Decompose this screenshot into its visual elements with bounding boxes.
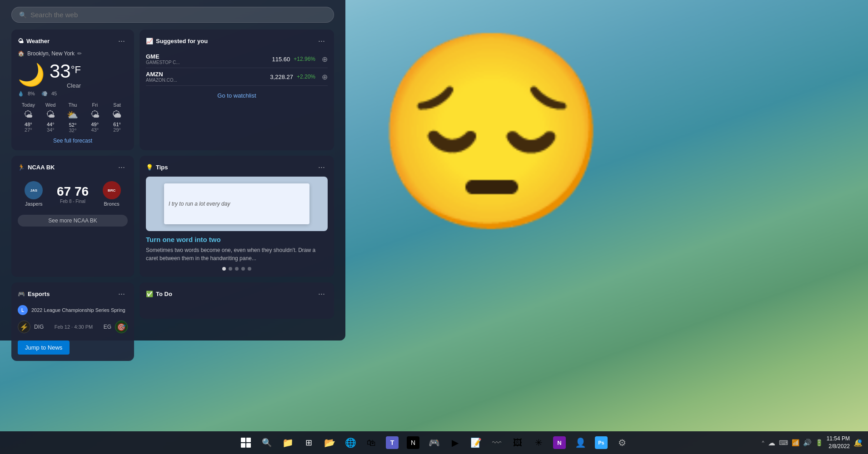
system-tray-expand[interactable]: ^ — [762, 440, 764, 445]
stocks-widget: 📈 Suggested for you ··· GME GAMESTOP C..… — [140, 30, 334, 150]
taskbar-clock[interactable]: 11:54 PM 2/8/2022 — [827, 435, 850, 450]
battery-icon[interactable]: 🔋 — [815, 439, 823, 446]
gme-name: GAMESTOP C... — [146, 60, 180, 65]
see-forecast-link[interactable]: See full forecast — [18, 138, 128, 144]
ncaa-title: 🏃 NCAA BK — [18, 164, 55, 171]
forecast-sat: Sat 🌥 61° 29° — [106, 102, 128, 133]
tips-dot-1[interactable] — [222, 267, 226, 271]
tips-dot-3[interactable] — [235, 267, 239, 271]
esports-icon: 🎮 — [18, 291, 25, 297]
forecast-fri: Fri 🌤 49° 43° — [84, 102, 105, 133]
teams-button[interactable]: T — [383, 434, 401, 452]
amzn-add-button[interactable]: ⊕ — [322, 73, 328, 81]
tips-more-button[interactable]: ··· — [315, 162, 328, 172]
volume-icon[interactable]: 🔊 — [803, 439, 812, 447]
tips-header: 💡 Tips ··· — [146, 162, 328, 172]
search-icon: 🔍 — [19, 11, 27, 19]
forecast-today: Today 🌤 48° 27° — [18, 102, 39, 133]
gme-add-button[interactable]: ⊕ — [322, 55, 328, 64]
dig-team: DIG — [34, 324, 44, 330]
compass-button[interactable]: ✳ — [529, 434, 548, 452]
photoshop-button[interactable]: Ps — [592, 434, 610, 452]
gamepass-button[interactable]: ▶ — [446, 434, 464, 452]
settings-button[interactable]: ⚙ — [613, 434, 631, 452]
gme-price: 115.60 — [272, 56, 290, 63]
taskbar-right: ^ ☁ ⌨ 📶 🔊 🔋 11:54 PM 2/8/2022 🔔 1 — [762, 435, 863, 450]
taskbar-center: 🔍 📁 ⊞ 📂 🌐 🛍 T N 🎮 — [237, 434, 631, 452]
tips-preview-image: I try to run a lot every day — [146, 177, 328, 231]
stocks-title: 📈 Suggested for you — [146, 38, 208, 44]
people-button[interactable]: 👤 — [571, 434, 589, 452]
tips-dot-2[interactable] — [229, 267, 232, 271]
stocks-more-button[interactable]: ··· — [315, 36, 328, 46]
keyboard-icon[interactable]: ⌨ — [779, 439, 788, 446]
onenote-button[interactable]: N — [550, 434, 569, 452]
wifi-icon[interactable]: 📶 — [792, 439, 799, 446]
edit-icon[interactable]: ✏ — [77, 50, 82, 57]
jaspers-name: Jaspers — [25, 201, 43, 207]
jump-news-button[interactable]: Jump to News — [18, 340, 70, 355]
tips-widget: 💡 Tips ··· I try to run a lot every day … — [140, 156, 334, 277]
search-bar[interactable]: 🔍 — [11, 7, 334, 23]
weather-emoji: 🌙 — [18, 62, 45, 88]
widgets-icon: ⊞ — [305, 438, 312, 448]
esports-widget: 🎮 Esports ··· L 2022 League Championship… — [11, 282, 134, 361]
start-button[interactable] — [237, 434, 255, 452]
edge-button[interactable]: 🌐 — [341, 434, 359, 452]
tips-dot-5[interactable] — [248, 267, 251, 271]
file-explorer-icon: 📁 — [282, 437, 294, 448]
esports-match-row: ⚡ DIG Feb 12 · 4:30 PM EG 🎯 — [18, 317, 128, 337]
weather-forecast: Today 🌤 48° 27° Wed 🌤 44° 34° Thu ⛅ 52° … — [18, 102, 128, 133]
go-watchlist-link[interactable]: Go to watchlist — [146, 92, 328, 99]
weather-temp: 33 — [50, 60, 71, 82]
team-jaspers: JAS Jaspers — [25, 181, 43, 207]
tips-dot-4[interactable] — [241, 267, 245, 271]
file-explorer-button[interactable]: 📁 — [279, 434, 297, 452]
search-input[interactable] — [30, 11, 326, 19]
widget-panel: 🔍 🌤 Weather ··· 🏠 Brooklyn, New York ✏ 🌙 — [0, 0, 345, 340]
taskbar: 🔍 📁 ⊞ 📂 🌐 🛍 T N 🎮 — [0, 431, 868, 454]
ncaa-more-button[interactable]: ··· — [115, 162, 128, 172]
widgets-button[interactable]: ⊞ — [299, 434, 318, 452]
weather-icon: 🌤 — [18, 38, 24, 44]
broncs-name: Broncs — [104, 201, 120, 207]
game-info: Feb 8 - Final — [57, 199, 89, 204]
ncaa-widget: 🏃 NCAA BK ··· JAS Jaspers 67 76 Feb 8 - … — [11, 156, 134, 277]
tips-card-title: Turn one word into two — [146, 236, 328, 243]
wind-icon: 💨 — [41, 91, 48, 97]
esports-header: 🎮 Esports ··· — [18, 289, 128, 299]
wavy-button[interactable]: 〰 — [488, 434, 506, 452]
esports-more-button[interactable]: ··· — [115, 289, 128, 299]
gme-change: +12.96% — [294, 56, 315, 62]
eg-logo: 🎯 — [115, 321, 128, 333]
edge-icon: 🌐 — [345, 437, 356, 448]
tips-icon: 💡 — [146, 164, 153, 171]
todo-header: ✅ To Do ··· — [146, 289, 328, 299]
stickynotes-button[interactable]: 📝 — [467, 434, 485, 452]
second-widget-row: 🏃 NCAA BK ··· JAS Jaspers 67 76 Feb 8 - … — [11, 156, 334, 277]
photo-frame-button[interactable]: 🖼 — [509, 434, 527, 452]
compass-icon: ✳ — [535, 437, 543, 448]
photo-frame-icon: 🖼 — [513, 438, 522, 448]
weather-more-button[interactable]: ··· — [115, 36, 128, 46]
see-more-ncaa-link[interactable]: See more NCAA BK — [18, 215, 128, 227]
taskbar-search-button[interactable]: 🔍 — [258, 434, 276, 452]
cloud-icon[interactable]: ☁ — [768, 439, 775, 447]
notification-button[interactable]: 🔔 1 — [853, 439, 863, 447]
esports-event-name: 2022 League Championship Series Spring — [31, 307, 125, 313]
eg-team: EG — [104, 324, 111, 330]
xbox-button[interactable]: 🎮 — [425, 434, 443, 452]
forecast-thu: Thu ⛅ 52° 32° — [62, 102, 84, 133]
ms-store-button[interactable]: 🛍 — [362, 434, 380, 452]
notion-button[interactable]: N — [404, 434, 422, 452]
ncaa-icon: 🏃 — [18, 164, 25, 171]
amzn-price: 3,228.27 — [270, 74, 293, 80]
weather-header: 🌤 Weather ··· — [18, 36, 128, 46]
wavy-icon: 〰 — [492, 438, 501, 448]
folder-icon: 📂 — [324, 437, 335, 448]
folder-button[interactable]: 📂 — [320, 434, 339, 452]
weather-title: 🌤 Weather — [18, 38, 50, 44]
tips-pagination — [146, 267, 328, 271]
todo-more-button[interactable]: ··· — [315, 289, 328, 299]
notion-icon: N — [407, 436, 419, 449]
